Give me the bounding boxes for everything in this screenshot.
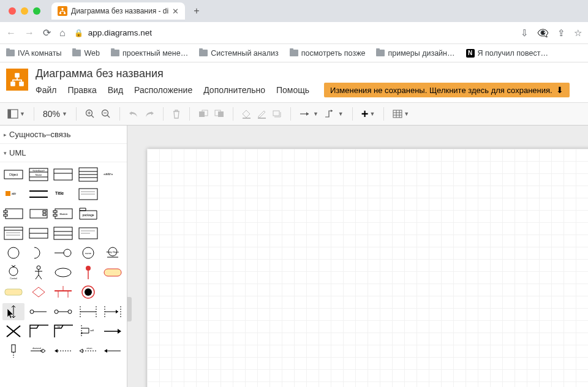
to-front-button[interactable] (198, 110, 208, 118)
shape-left-dashed[interactable] (52, 342, 74, 359)
shape-package[interactable]: package (77, 205, 99, 222)
shape-interface[interactable]: «interface»Name (28, 166, 50, 183)
shape-actor[interactable] (28, 264, 50, 281)
shape-lollipop[interactable] (52, 244, 74, 261)
bookmark-item[interactable]: проектный мене… (111, 49, 188, 58)
shape-rounded[interactable] (102, 264, 124, 281)
menu-extras[interactable]: Дополнительно (203, 85, 265, 95)
shape-left-arrow[interactable] (102, 342, 124, 359)
back-button[interactable]: ← (6, 28, 16, 39)
url-input[interactable]: 🔒 app.diagrams.net (74, 28, 512, 37)
forward-button[interactable]: → (24, 28, 34, 39)
shape-diamond-end[interactable]: diamond (28, 342, 50, 359)
menu-view[interactable]: Вид (108, 85, 123, 95)
shape-two-row[interactable] (28, 225, 50, 242)
shape-title[interactable]: Title (52, 186, 74, 203)
shape-frame-label[interactable]: frm (52, 323, 74, 340)
zoom-level[interactable]: 80%▼ (43, 109, 67, 119)
shape-component[interactable] (28, 186, 50, 203)
shape-dashed-assoc[interactable] (77, 303, 99, 320)
menu-file[interactable]: Файл (36, 85, 56, 95)
document-title[interactable]: Диаграмма без названия (36, 66, 582, 83)
sidebar-toggle-button[interactable]: ▼ (7, 109, 25, 119)
close-window-button[interactable] (9, 7, 16, 15)
incognito-icon[interactable]: 👁‍🗨 (537, 28, 549, 39)
bookmark-item[interactable]: примеры дизайн… (376, 49, 454, 58)
maximize-window-button[interactable] (33, 7, 40, 15)
zoom-in-button[interactable] (85, 109, 95, 119)
shape-left-dashed2[interactable]: return (77, 342, 99, 359)
minimize-window-button[interactable] (21, 7, 28, 15)
shape-pin[interactable] (77, 264, 99, 281)
drawing-canvas[interactable] (147, 149, 588, 387)
shape-receive[interactable] (28, 244, 50, 261)
waypoint-style-button[interactable]: ▼ (325, 110, 344, 118)
undo-button[interactable] (129, 110, 138, 118)
share-icon[interactable]: ⇪ (557, 28, 565, 39)
shape-entity[interactable]: Entity Object (102, 244, 124, 261)
insert-button[interactable]: +▼ (361, 107, 375, 121)
star-icon[interactable]: ☆ (574, 28, 582, 39)
shape-note-fold[interactable]: attr (2, 186, 24, 203)
download-icon[interactable]: ⇩ (521, 28, 529, 39)
svg-rect-2 (64, 12, 66, 14)
shape-arrow-down[interactable]: Control (2, 264, 24, 281)
shape-note[interactable] (77, 225, 99, 242)
shadow-button[interactable] (273, 110, 282, 118)
shape-final[interactable] (77, 284, 99, 301)
redo-button[interactable] (145, 110, 154, 118)
home-button[interactable]: ⌂ (59, 28, 66, 39)
shape-list3[interactable] (52, 225, 74, 242)
zoom-out-button[interactable] (101, 109, 111, 119)
line-color-button[interactable] (257, 110, 266, 119)
save-banner[interactable]: Изменения не сохранены. Щелкните здесь д… (324, 83, 570, 97)
svg-rect-0 (62, 8, 64, 10)
shape-module[interactable] (2, 205, 24, 222)
shape-assoc-arrow[interactable] (102, 303, 124, 320)
bookmark-item[interactable]: IVA комнаты (6, 49, 61, 58)
canvas-area[interactable] (127, 126, 588, 387)
shape-self-call[interactable]: self (77, 323, 99, 340)
shape-class-multi[interactable] (77, 166, 99, 183)
shape-listbox[interactable] (2, 225, 24, 242)
shape-stereotype[interactable]: «attr» (102, 166, 124, 183)
fill-color-button[interactable] (242, 110, 251, 119)
shape-arrow[interactable] (102, 323, 124, 340)
shape-ellipse[interactable] (52, 264, 74, 281)
table-button[interactable]: ▼ (393, 110, 409, 118)
shape-circle-circle[interactable] (52, 303, 74, 320)
shape-textbox[interactable] (77, 186, 99, 203)
close-tab-icon[interactable]: ✕ (172, 7, 179, 16)
reload-button[interactable]: ⟳ (43, 27, 51, 39)
shape-circle-label[interactable]: name (77, 244, 99, 261)
panel-entity-relation[interactable]: ▸Сущность–связь (0, 126, 127, 144)
shape-lifeline[interactable] (2, 342, 24, 359)
format-panel-collapse-handle[interactable] (127, 297, 132, 321)
shape-frame[interactable] (28, 323, 50, 340)
shape-arrow-updown[interactable] (2, 303, 24, 320)
shape-assoc-circle[interactable] (28, 303, 50, 320)
shape-component-small[interactable] (28, 205, 50, 222)
to-back-button[interactable] (214, 110, 224, 118)
shape-circle[interactable] (2, 244, 24, 261)
panel-uml[interactable]: ▾UML (0, 144, 127, 162)
menu-arrange[interactable]: Расположение (134, 85, 192, 95)
bookmark-item[interactable]: посмотреть позже (290, 49, 366, 58)
menu-edit[interactable]: Правка (67, 85, 96, 95)
shape-module-label[interactable]: Module (52, 205, 74, 222)
shape-destroy[interactable] (2, 323, 24, 340)
delete-button[interactable] (172, 110, 181, 119)
bookmark-item[interactable]: NЯ получил повест… (466, 49, 548, 58)
shape-class2[interactable] (52, 166, 74, 183)
new-tab-button[interactable]: + (189, 6, 204, 17)
app-logo-icon[interactable] (6, 69, 28, 91)
shape-object[interactable]: Object (2, 166, 24, 183)
bookmark-item[interactable]: Web (72, 49, 99, 58)
connection-style-button[interactable]: ▼ (300, 111, 318, 117)
menu-help[interactable]: Помощь (276, 85, 309, 95)
shape-decision[interactable] (28, 284, 50, 301)
shape-note-yellow[interactable] (2, 284, 24, 301)
shape-fork[interactable] (52, 284, 74, 301)
active-tab[interactable]: Диаграмма без названия - di ✕ (51, 2, 185, 20)
bookmark-item[interactable]: Системный анализ (199, 49, 279, 58)
